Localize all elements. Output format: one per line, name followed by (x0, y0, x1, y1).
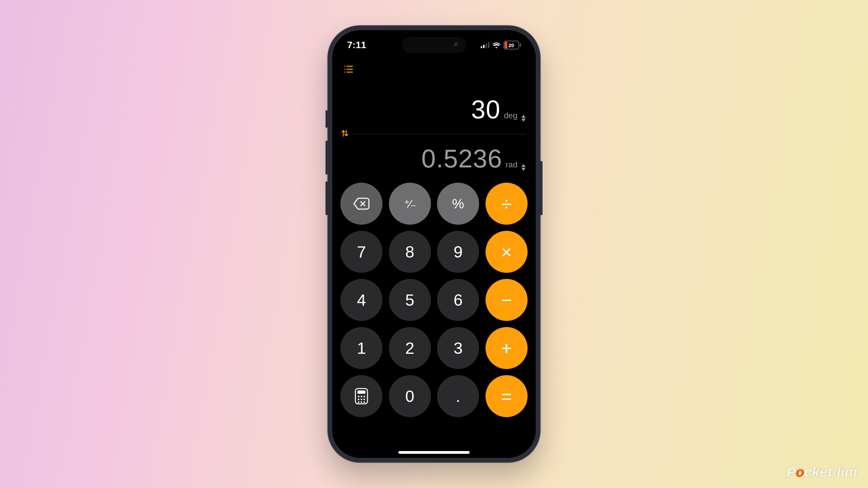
history-button[interactable] (343, 64, 353, 74)
cellular-icon (481, 42, 490, 48)
keypad: ⁺∕₋ % ÷ 7 8 9 × 4 5 6 − 1 2 3 + (340, 183, 528, 417)
digit-3-button[interactable]: 3 (437, 327, 479, 369)
status-time: 7:11 (347, 40, 366, 50)
battery-percent: 20 (509, 42, 514, 48)
digit-5-button[interactable]: 5 (389, 279, 431, 321)
dynamic-island (402, 37, 466, 53)
svg-point-1 (344, 68, 345, 69)
svg-point-8 (358, 396, 359, 398)
phone-screen: 7:11 20 (332, 30, 536, 458)
svg-point-15 (361, 401, 362, 403)
svg-point-13 (363, 399, 365, 400)
power-button[interactable] (540, 161, 542, 215)
swap-units-button[interactable] (340, 129, 349, 139)
svg-point-0 (344, 66, 345, 67)
digit-9-button[interactable]: 9 (437, 231, 479, 273)
percent-button[interactable]: % (437, 183, 479, 225)
display-divider (353, 134, 526, 134)
secondary-unit: rad (506, 160, 517, 169)
digit-8-button[interactable]: 8 (389, 231, 431, 273)
calculator-app: 30 deg 0.5236 (332, 60, 536, 458)
status-right: 20 (481, 41, 521, 49)
mute-switch[interactable] (326, 110, 328, 128)
secondary-display-row[interactable]: 0.5236 rad (340, 144, 526, 173)
svg-point-14 (358, 401, 359, 403)
primary-display-row[interactable]: 30 deg (340, 95, 526, 124)
minus-button[interactable]: − (486, 279, 528, 321)
display-area: 30 deg 0.5236 (340, 95, 528, 173)
front-camera-icon (453, 42, 459, 48)
primary-value: 30 (471, 95, 500, 124)
unit-selector-icon[interactable] (521, 164, 526, 171)
svg-point-11 (358, 399, 359, 400)
digit-7-button[interactable]: 7 (340, 231, 382, 273)
mode-button[interactable] (340, 375, 382, 417)
volume-down-button[interactable] (326, 181, 328, 215)
multiply-button[interactable]: × (486, 231, 528, 273)
svg-rect-7 (357, 390, 366, 394)
digit-4-button[interactable]: 4 (340, 279, 382, 321)
plus-button[interactable]: + (486, 327, 528, 369)
digit-0-button[interactable]: 0 (389, 375, 431, 417)
svg-point-16 (363, 401, 365, 403)
volume-up-button[interactable] (326, 141, 328, 175)
home-indicator[interactable] (398, 451, 470, 454)
primary-unit: deg (504, 111, 517, 120)
equals-button[interactable]: = (486, 375, 528, 417)
wifi-icon (492, 42, 501, 48)
plus-minus-button[interactable]: ⁺∕₋ (389, 183, 431, 225)
digit-1-button[interactable]: 1 (340, 327, 382, 369)
svg-point-12 (361, 399, 362, 400)
svg-point-2 (344, 72, 345, 73)
secondary-value: 0.5236 (421, 144, 502, 173)
decimal-button[interactable]: . (437, 375, 479, 417)
backspace-button[interactable] (340, 183, 382, 225)
background: 7:11 20 (0, 0, 868, 488)
svg-point-10 (363, 396, 365, 398)
watermark: Pocket-lint (787, 465, 858, 480)
svg-point-9 (361, 396, 362, 398)
digit-2-button[interactable]: 2 (389, 327, 431, 369)
digit-6-button[interactable]: 6 (437, 279, 479, 321)
divide-button[interactable]: ÷ (486, 183, 528, 225)
phone-frame: 7:11 20 (328, 25, 540, 463)
unit-selector-icon[interactable] (521, 115, 526, 122)
battery-icon: 20 (504, 41, 521, 49)
